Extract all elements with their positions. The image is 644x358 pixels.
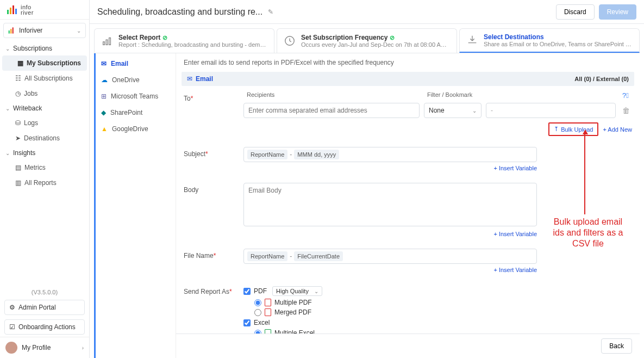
back-button[interactable]: Back (601, 338, 632, 354)
section-insights[interactable]: ⌄Insights (0, 146, 89, 160)
page-title: Scheduling, broadcasting and bursting re… (97, 7, 262, 17)
svg-rect-2 (12, 5, 14, 14)
dest-googledrive[interactable]: ▲GoogleDrive (96, 121, 176, 137)
review-button[interactable]: Review (599, 4, 636, 20)
svg-rect-7 (103, 42, 105, 45)
nav-jobs[interactable]: ◷Jobs (0, 86, 89, 101)
tenant-selector[interactable]: Inforiver ⌄ (3, 23, 86, 38)
my-profile[interactable]: My Profile › (0, 337, 89, 358)
section-subscriptions[interactable]: ⌄Subscriptions (0, 41, 89, 55)
step-frequency[interactable]: Set Subscription Frequency ⊘ Occurs ever… (277, 28, 457, 53)
email-panel-header: ✉ Email All (0) / External (0) (182, 72, 634, 86)
excel-icon (265, 329, 271, 334)
pdf-icon (265, 299, 271, 306)
email-icon: ✉ (187, 75, 192, 83)
filename-field[interactable]: ReportName - FileCurrentDate (243, 249, 537, 264)
label-body: Body (184, 183, 243, 238)
svg-rect-1 (10, 8, 11, 14)
dest-email[interactable]: ✉Email (96, 55, 176, 72)
svg-rect-3 (15, 9, 17, 14)
token-reportname2: ReportName (247, 251, 287, 261)
radio-multiple-pdf[interactable] (254, 299, 261, 306)
radio-multiple-excel[interactable] (254, 330, 261, 334)
col-recipients: Recipients (247, 91, 427, 100)
svg-rect-8 (106, 40, 108, 45)
subject-field[interactable]: ReportName - MMM dd, yyyy (243, 147, 537, 162)
chevron-down-icon: ⌄ (77, 28, 81, 34)
footer: Back (176, 334, 640, 358)
recipient-counts: All (0) / External (0) (574, 76, 629, 82)
dest-teams[interactable]: ⊞Microsoft Teams (96, 88, 176, 104)
token-reportname: ReportName (247, 150, 287, 159)
label-send-as: Send Report As* (184, 285, 243, 334)
topbar: Scheduling, broadcasting and bursting re… (90, 0, 644, 24)
nav-destinations[interactable]: ➤Destinations (0, 131, 89, 146)
admin-portal-button[interactable]: ⚙Admin Portal (4, 300, 85, 315)
svg-rect-6 (12, 27, 14, 33)
insert-variable-subject[interactable]: Insert Variable (493, 165, 537, 171)
delete-row-icon[interactable]: 🗑 (620, 106, 632, 115)
svg-rect-9 (109, 38, 111, 45)
add-new-link[interactable]: + Add New (603, 126, 632, 133)
nav-metrics[interactable]: ▤Metrics (0, 160, 89, 175)
check-icon: ⊘ (390, 34, 395, 41)
svg-rect-0 (7, 10, 9, 14)
svg-rect-4 (9, 30, 10, 34)
help-icon[interactable]: ?⃝ (622, 91, 629, 100)
bulk-upload-button[interactable]: ⤒Bulk Upload (548, 122, 598, 136)
nav-my-subscriptions[interactable]: ▦My Subscriptions (2, 55, 87, 71)
chk-pdf[interactable] (243, 288, 251, 295)
dest-onedrive[interactable]: ☁OneDrive (96, 72, 176, 88)
label-filename: File Name* (184, 249, 243, 274)
chevron-right-icon: › (82, 345, 84, 351)
col-filter: Filter / Bookmark (427, 91, 622, 100)
brand-logo: inforiver (0, 0, 89, 20)
filter-select[interactable]: None⌄ (424, 103, 482, 118)
form-caption: Enter email ids to send reports in PDF/E… (176, 53, 640, 72)
chk-excel[interactable] (243, 319, 251, 326)
stepper: Select Report ⊘ Report : Scheduling, bro… (94, 28, 640, 53)
dest-sharepoint[interactable]: ◆SharePoint (96, 104, 176, 121)
avatar (5, 342, 17, 354)
svg-rect-5 (10, 29, 11, 33)
sidebar: inforiver Inforiver ⌄ ⌄Subscriptions ▦My… (0, 0, 90, 358)
edit-icon[interactable]: ✎ (268, 8, 273, 16)
label-subject: Subject* (184, 147, 243, 172)
body-textarea[interactable] (243, 183, 537, 226)
step-select-report[interactable]: Select Report ⊘ Report : Scheduling, bro… (94, 28, 274, 53)
pdf-icon (265, 308, 271, 316)
tenant-name: Inforiver (19, 27, 42, 34)
bookmark-field[interactable]: - (486, 103, 616, 118)
check-icon: ⊘ (162, 34, 167, 41)
insert-variable-body[interactable]: Insert Variable (493, 231, 537, 237)
nav-all-subscriptions[interactable]: ☷All Subscriptions (0, 71, 89, 86)
pdf-quality-select[interactable]: High Quality⌄ (272, 286, 322, 296)
nav-logs[interactable]: ⛁Logs (0, 115, 89, 131)
nav-all-reports[interactable]: ▥All Reports (0, 175, 89, 190)
token-date: MMM dd, yyyy (294, 150, 339, 159)
version-label: (V3.5.0.0) (0, 287, 89, 298)
destination-list: ✉Email ☁OneDrive ⊞Microsoft Teams ◆Share… (94, 53, 176, 358)
radio-merged-pdf[interactable] (254, 309, 261, 316)
token-filedate: FileCurrentDate (294, 251, 343, 261)
discard-button[interactable]: Discard (556, 4, 595, 20)
section-writeback[interactable]: ⌄Writeback (0, 101, 89, 115)
onboarding-actions-button[interactable]: ☑Onboarding Actions (4, 319, 85, 335)
insert-variable-filename[interactable]: Insert Variable (493, 267, 537, 273)
recipients-input[interactable] (243, 103, 420, 118)
label-to: To* (184, 91, 243, 136)
step-destinations[interactable]: Select Destinations Share as Email or to… (459, 28, 640, 53)
